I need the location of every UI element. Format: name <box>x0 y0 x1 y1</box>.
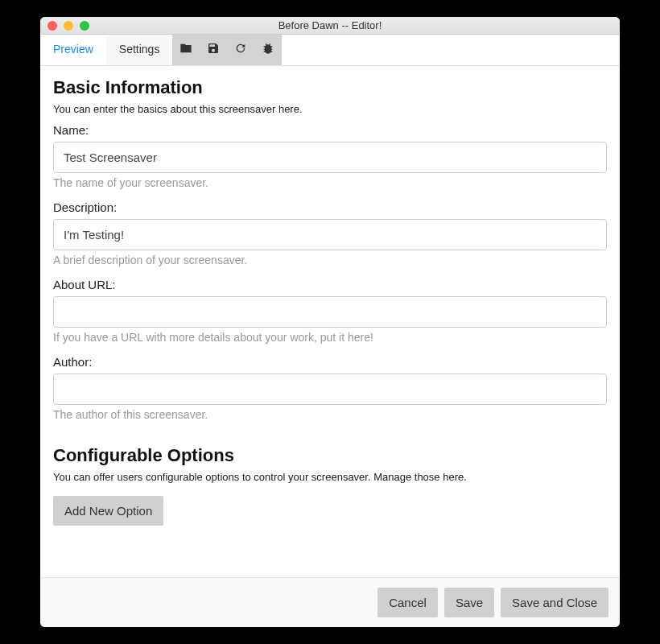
tab-bar: Preview Settings <box>40 35 620 66</box>
tab-settings[interactable]: Settings <box>106 35 173 65</box>
save-icon <box>207 42 220 58</box>
refresh-icon <box>234 42 247 58</box>
refresh-button[interactable] <box>227 35 254 64</box>
basic-info-heading: Basic Information <box>53 77 607 98</box>
about-url-label: About URL: <box>53 278 607 291</box>
window-maximize-button[interactable] <box>80 21 89 31</box>
options-desc: You can offer users configurable options… <box>53 471 607 483</box>
folder-icon <box>179 42 192 58</box>
footer-save-button[interactable]: Save <box>444 588 494 617</box>
footer-bar: Cancel Save Save and Close <box>40 577 620 627</box>
save-close-button[interactable]: Save and Close <box>501 588 608 617</box>
about-url-hint: If you have a URL with more details abou… <box>53 331 607 344</box>
open-folder-button[interactable] <box>172 35 200 64</box>
options-heading: Configurable Options <box>53 445 607 466</box>
author-input[interactable] <box>53 374 607 405</box>
basic-info-desc: You can enter the basics about this scre… <box>53 103 607 115</box>
window-close-button[interactable] <box>47 21 57 31</box>
about-url-input[interactable] <box>53 296 607 328</box>
author-hint: The author of this screensaver. <box>53 408 607 421</box>
name-label: Name: <box>53 123 607 137</box>
author-label: Author: <box>53 355 607 369</box>
cancel-button[interactable]: Cancel <box>377 588 438 617</box>
name-hint: The name of your screensaver. <box>53 176 607 189</box>
bug-icon <box>262 42 274 58</box>
description-hint: A brief description of your screensaver. <box>53 254 607 266</box>
save-button[interactable] <box>200 35 227 64</box>
editor-window: Before Dawn -- Editor! Preview Settings <box>40 17 620 627</box>
add-option-button[interactable]: Add New Option <box>53 496 163 526</box>
debug-button[interactable] <box>254 35 282 64</box>
traffic-lights <box>40 21 89 31</box>
name-input[interactable] <box>53 142 607 173</box>
window-minimize-button[interactable] <box>64 21 73 31</box>
main-content: Basic Information You can enter the basi… <box>40 66 620 577</box>
tab-preview[interactable]: Preview <box>40 35 106 65</box>
window-title: Before Dawn -- Editor! <box>40 19 620 31</box>
titlebar: Before Dawn -- Editor! <box>40 17 620 35</box>
description-input[interactable] <box>53 219 607 250</box>
description-label: Description: <box>53 200 607 214</box>
toolbar <box>172 35 282 65</box>
